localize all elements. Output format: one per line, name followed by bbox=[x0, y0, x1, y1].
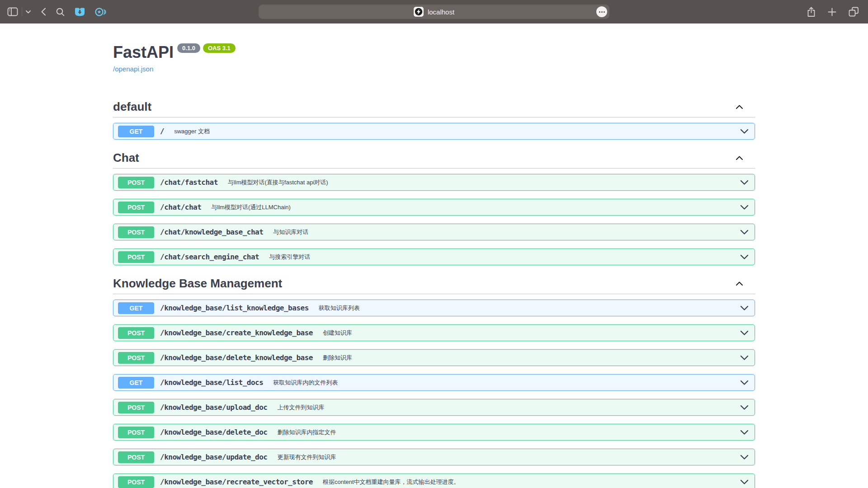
api-title-text: FastAPI bbox=[113, 43, 174, 61]
method-badge: POST bbox=[118, 427, 154, 438]
tag-section-header[interactable]: default bbox=[113, 97, 755, 117]
method-badge: GET bbox=[118, 302, 154, 314]
method-badge: GET bbox=[118, 377, 154, 389]
chevron-down-icon[interactable] bbox=[740, 230, 749, 235]
new-tab-icon[interactable] bbox=[828, 8, 836, 16]
chevron-up-icon[interactable] bbox=[736, 281, 743, 286]
chevron-down-icon[interactable] bbox=[740, 405, 749, 410]
chevron-down-icon[interactable] bbox=[740, 180, 749, 185]
chevron-up-icon[interactable] bbox=[736, 104, 743, 109]
operation-row[interactable]: POST /chat/search_engine_chat 与搜索引擎对话 bbox=[113, 249, 755, 265]
chevron-down-icon[interactable] bbox=[740, 380, 749, 385]
page-title: FastAPI0.1.0OAS 3.1 bbox=[113, 42, 755, 62]
operation-description: 与知识库对话 bbox=[273, 228, 308, 236]
method-badge: POST bbox=[118, 451, 154, 463]
circles-extension-icon[interactable] bbox=[95, 7, 106, 17]
chevron-up-icon[interactable] bbox=[736, 155, 743, 160]
chevron-down-icon[interactable] bbox=[740, 355, 749, 361]
operation-row[interactable]: GET /knowledge_base/list_docs 获取知识库内的文件列… bbox=[113, 374, 755, 391]
method-badge: POST bbox=[118, 352, 154, 364]
url-text: localhost bbox=[428, 8, 454, 16]
tag-title: Knowledge Base Management bbox=[113, 277, 282, 291]
operation-row[interactable]: POST /knowledge_base/update_doc 更新现有文件到知… bbox=[113, 449, 755, 465]
operation-description: 与搜索引擎对话 bbox=[269, 253, 310, 261]
swagger-page: FastAPI0.1.0OAS 3.1 /openapi.json defaul… bbox=[0, 23, 868, 488]
operation-path: / bbox=[160, 127, 164, 136]
toolbar-divider bbox=[22, 7, 22, 16]
operation-path: /chat/fastchat bbox=[160, 178, 218, 187]
openapi-spec-link[interactable]: /openapi.json bbox=[113, 65, 153, 73]
operation-description: 与llm模型对话(通过LLMChain) bbox=[211, 203, 291, 211]
browser-toolbar: localhost bbox=[0, 0, 868, 23]
chevron-down-icon[interactable] bbox=[740, 455, 749, 460]
method-badge: POST bbox=[118, 251, 154, 263]
operation-row[interactable]: POST /knowledge_base/delete_doc 删除知识库内指定… bbox=[113, 424, 755, 441]
operation-row[interactable]: POST /knowledge_base/create_knowledge_ba… bbox=[113, 324, 755, 341]
operation-description: 获取知识库列表 bbox=[319, 304, 360, 312]
chevron-down-icon[interactable] bbox=[740, 205, 749, 210]
method-badge: POST bbox=[118, 327, 154, 339]
back-icon[interactable] bbox=[41, 8, 46, 16]
version-badge: 0.1.0 bbox=[177, 43, 200, 53]
operation-path: /knowledge_base/update_doc bbox=[160, 453, 267, 461]
chevron-down-icon[interactable] bbox=[740, 330, 749, 336]
operation-path: /chat/chat bbox=[160, 203, 201, 211]
api-info: FastAPI0.1.0OAS 3.1 /openapi.json bbox=[113, 23, 755, 73]
search-icon[interactable] bbox=[56, 8, 65, 16]
operation-description: 创建知识库 bbox=[323, 329, 352, 337]
operation-list: POST /chat/fastchat 与llm模型对话(直接与fastchat… bbox=[113, 169, 755, 265]
fastapi-bolt-icon bbox=[414, 7, 424, 17]
api-tag-section: Knowledge Base Management GET /knowledge… bbox=[113, 273, 755, 488]
operation-path: /knowledge_base/delete_doc bbox=[160, 428, 267, 436]
method-badge: POST bbox=[118, 226, 154, 238]
operation-row[interactable]: POST /knowledge_base/delete_knowledge_ba… bbox=[113, 349, 755, 366]
operation-list: GET / swagger 文档 bbox=[113, 117, 755, 140]
api-tag-section: Chat POST /chat/fastchat 与llm模型对话(直接与fas… bbox=[113, 148, 755, 265]
operation-list: GET /knowledge_base/list_knowledge_bases… bbox=[113, 294, 755, 488]
operation-path: /knowledge_base/recreate_vector_store bbox=[160, 478, 313, 486]
operation-row[interactable]: POST /chat/fastchat 与llm模型对话(直接与fastchat… bbox=[113, 174, 755, 191]
operation-row[interactable]: POST /chat/chat 与llm模型对话(通过LLMChain) bbox=[113, 199, 755, 216]
operation-path: /knowledge_base/list_docs bbox=[160, 378, 263, 387]
operation-path: /chat/knowledge_base_chat bbox=[160, 228, 263, 236]
operation-row[interactable]: POST /knowledge_base/recreate_vector_sto… bbox=[113, 474, 755, 488]
operation-description: 更新现有文件到知识库 bbox=[277, 453, 336, 461]
chevron-down-icon[interactable] bbox=[26, 10, 31, 14]
tag-section-header[interactable]: Chat bbox=[113, 148, 755, 169]
sidebar-icon[interactable] bbox=[7, 7, 18, 16]
chevron-down-icon[interactable] bbox=[740, 430, 749, 435]
operation-description: 删除知识库内指定文件 bbox=[277, 428, 336, 436]
chevron-down-icon[interactable] bbox=[740, 129, 749, 134]
operation-path: /chat/search_engine_chat bbox=[160, 253, 259, 261]
chevron-down-icon[interactable] bbox=[740, 254, 749, 260]
operation-row[interactable]: GET / swagger 文档 bbox=[113, 123, 755, 140]
api-tag-section: default GET / swagger 文档 bbox=[113, 97, 755, 140]
bookmark-extension-icon[interactable] bbox=[75, 7, 85, 17]
operation-description: 与llm模型对话(直接与fastchat api对话) bbox=[228, 178, 328, 187]
share-icon[interactable] bbox=[807, 7, 816, 17]
method-badge: POST bbox=[118, 476, 154, 488]
address-bar[interactable]: localhost bbox=[259, 5, 609, 19]
tag-section-header[interactable]: Knowledge Base Management bbox=[113, 273, 755, 294]
ellipsis-icon[interactable] bbox=[596, 6, 607, 17]
operation-path: /knowledge_base/create_knowledge_base bbox=[160, 328, 313, 337]
method-badge: POST bbox=[118, 202, 154, 213]
sections: default GET / swagger 文档 Chat bbox=[113, 97, 755, 488]
operation-description: 获取知识库内的文件列表 bbox=[273, 379, 338, 387]
operation-path: /knowledge_base/list_knowledge_bases bbox=[160, 304, 309, 312]
operation-path: /knowledge_base/upload_doc bbox=[160, 403, 267, 412]
operation-row[interactable]: GET /knowledge_base/list_knowledge_bases… bbox=[113, 300, 755, 316]
tag-title: Chat bbox=[113, 151, 139, 165]
method-badge: POST bbox=[118, 402, 154, 413]
chevron-down-icon[interactable] bbox=[740, 479, 749, 485]
tag-title: default bbox=[113, 100, 151, 114]
operation-row[interactable]: POST /knowledge_base/upload_doc 上传文件到知识库 bbox=[113, 399, 755, 416]
tab-overview-icon[interactable] bbox=[849, 7, 859, 17]
oas-badge: OAS 3.1 bbox=[203, 43, 236, 53]
chevron-down-icon[interactable] bbox=[740, 305, 749, 311]
operation-description: 删除知识库 bbox=[323, 354, 352, 362]
operation-description: 根据content中文档重建向量库，流式输出处理进度。 bbox=[323, 478, 460, 486]
operation-description: 上传文件到知识库 bbox=[277, 404, 324, 412]
operation-row[interactable]: POST /chat/knowledge_base_chat 与知识库对话 bbox=[113, 224, 755, 240]
operation-description: swagger 文档 bbox=[174, 127, 210, 136]
